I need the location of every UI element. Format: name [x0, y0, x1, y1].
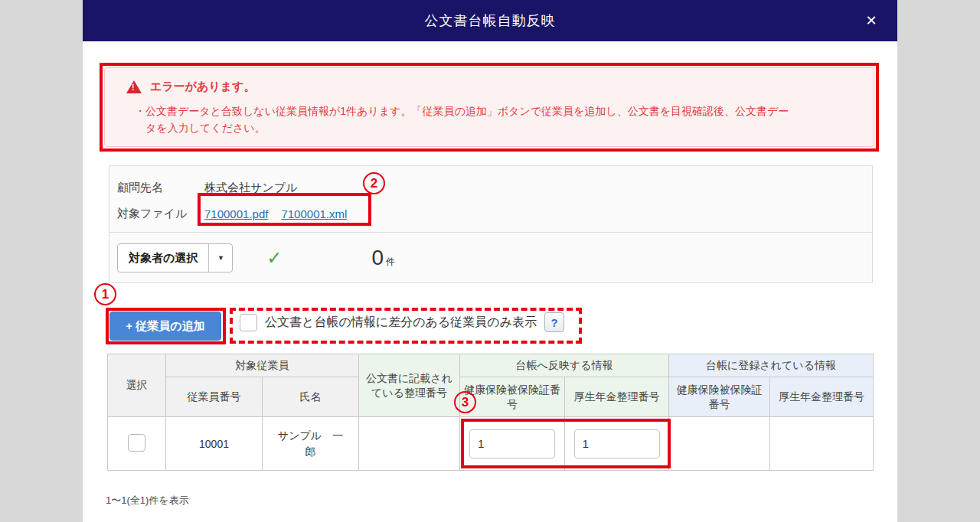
- warning-icon: !: [126, 80, 142, 93]
- error-message: ・公文書データと合致しない従業員情報が1件あります。「従業員の追加」ボタンで従業…: [135, 103, 795, 137]
- target-file-links: 7100001.pdf 7100001.xml: [204, 207, 347, 220]
- check-icon: ✓: [266, 247, 282, 269]
- xml-file-link[interactable]: 7100001.xml: [281, 207, 347, 220]
- col-header-reflect-health-ins-no: 健康保険被保険証番号: [460, 377, 565, 417]
- selected-count: 0 件: [371, 246, 395, 270]
- diff-filter-label: 公文書と台帳の情報に差分のある従業員のみ表示: [265, 315, 537, 331]
- doc-ref-no-cell: [359, 417, 460, 471]
- registered-pension-cell: [770, 417, 874, 471]
- selected-count-unit: 件: [386, 256, 395, 269]
- reflect-health-ins-cell: [460, 417, 565, 471]
- col-header-registered-health-ins-no: 健康保険被保険証番号: [669, 377, 770, 417]
- employee-name-text: サンプル 一郎: [276, 428, 346, 460]
- target-select-button[interactable]: 対象者の選択 ▼: [117, 243, 233, 272]
- group-header-registered-info: 台帳に登録されている情報: [669, 354, 874, 377]
- reflect-health-ins-input[interactable]: [469, 429, 555, 458]
- auto-reflect-dialog: 公文書台帳自動反映 ✕ ! エラーがあります。 ・公文書データと合致しない従業員…: [83, 0, 897, 522]
- reflect-pension-input[interactable]: [574, 429, 660, 458]
- employee-table: 選択 対象従業員 公文書に記載されている整理番号 台帳へ反映する情報 台帳に登録…: [107, 354, 874, 471]
- row-select-checkbox[interactable]: [128, 434, 145, 452]
- employee-no-cell: 10001: [166, 417, 263, 471]
- help-icon[interactable]: ?: [544, 312, 564, 332]
- client-file-rows: 顧問先名 株式会社サンプル 対象ファイル 7100001.pdf 7100001…: [109, 166, 872, 233]
- chevron-down-icon[interactable]: ▼: [208, 244, 232, 272]
- table-row: 10001 サンプル 一郎: [108, 417, 874, 471]
- annotation-step-1: 1: [94, 283, 116, 305]
- target-files-label: 対象ファイル: [117, 207, 204, 221]
- col-header-registered-pension-no: 厚生年金整理番号: [770, 377, 874, 417]
- target-select-label[interactable]: 対象者の選択: [118, 244, 208, 272]
- document-info-panel: 顧問先名 株式会社サンプル 対象ファイル 7100001.pdf 7100001…: [109, 165, 873, 283]
- target-select-row: 対象者の選択 ▼ ✓ 0 件: [109, 233, 872, 272]
- error-title-text: エラーがあります。: [150, 80, 255, 94]
- col-header-select: 選択: [108, 354, 166, 417]
- page-background: 公文書台帳自動反映 ✕ ! エラーがあります。 ・公文書データと合致しない従業員…: [0, 0, 980, 522]
- group-header-target-employee: 対象従業員: [166, 354, 359, 377]
- registered-health-ins-cell: [669, 417, 770, 471]
- col-header-employee-no: 従業員番号: [166, 377, 263, 417]
- client-row: 顧問先名 株式会社サンプル: [117, 176, 860, 199]
- employee-name-cell: サンプル 一郎: [263, 417, 359, 471]
- pdf-file-link[interactable]: 7100001.pdf: [204, 207, 268, 220]
- error-title-row: ! エラーがあります。: [126, 80, 855, 94]
- diff-filter-checkbox[interactable]: [240, 314, 257, 331]
- group-header-reflect-info: 台帳へ反映する情報: [460, 354, 669, 377]
- add-employee-button[interactable]: + 従業員の追加: [109, 312, 221, 341]
- client-name-label: 顧問先名: [117, 181, 204, 195]
- dialog-title: 公文書台帳自動反映: [425, 11, 556, 30]
- selected-count-value: 0: [371, 246, 384, 270]
- col-header-reflect-pension-no: 厚生年金整理番号: [565, 377, 669, 417]
- col-header-name: 氏名: [263, 377, 359, 417]
- error-alert: ! エラーがあります。 ・公文書データと合致しない従業員情報が1件あります。「従…: [104, 67, 874, 147]
- files-row: 対象ファイル 7100001.pdf 7100001.xml: [117, 202, 860, 225]
- reflect-pension-cell: [565, 417, 669, 471]
- col-header-doc-ref-no: 公文書に記載されている整理番号: [359, 354, 460, 417]
- pagination-summary: 1〜1(全1)件を表示: [106, 494, 189, 507]
- dialog-header: 公文書台帳自動反映 ✕: [83, 0, 897, 41]
- diff-filter-row: 公文書と台帳の情報に差分のある従業員のみ表示 ?: [240, 312, 564, 332]
- close-icon[interactable]: ✕: [859, 0, 884, 41]
- row-select-cell: [108, 417, 166, 471]
- client-name-value: 株式会社サンプル: [204, 181, 297, 195]
